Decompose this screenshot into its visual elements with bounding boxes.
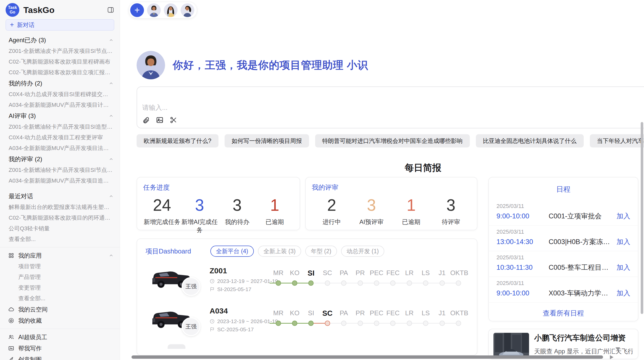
chevron-up-icon bbox=[109, 81, 114, 86]
write-icon bbox=[8, 345, 14, 351]
app-title: TaskGo bbox=[23, 5, 54, 15]
schedule-list: 2025/03/11 9:00-10:00 C001-立项审批会 加入 2025… bbox=[489, 200, 638, 303]
list-item[interactable]: A034-全新新能源MUV产品开发项目造型可行性评审 bbox=[0, 175, 120, 186]
list-item[interactable]: Z001-全新燃油轻卡产品开发项目SI节点属性5D文件评审 bbox=[0, 165, 120, 175]
project-row: 王强 Z001 2023-12-19 ~ 2027-01-19 SI-2025-… bbox=[137, 261, 477, 302]
app-logo-text-top: Task bbox=[8, 5, 17, 10]
plus-icon: + bbox=[10, 21, 14, 28]
composer[interactable]: 请输入... bbox=[137, 86, 644, 128]
suggestion-chip[interactable]: 欧洲新规最近颁布了什么? bbox=[137, 134, 218, 147]
pen-icon bbox=[8, 356, 14, 360]
horizontal-scrollbar-thumb[interactable] bbox=[131, 355, 603, 359]
list-item[interactable]: C02-飞腾新能源轻客改款项目立项汇报方案 bbox=[0, 67, 120, 78]
suggestion-chip[interactable]: 特朗普可能对进口汽车增税会对中国车企造成哪些影响 bbox=[315, 134, 470, 147]
people-icon bbox=[8, 334, 14, 340]
divider bbox=[0, 329, 120, 329]
task-progress-card: 任务进度 24 新增完成任务 3 新增AI完成任务 3 bbox=[137, 177, 300, 230]
tab-new-body[interactable]: 全新上装 (3) bbox=[258, 246, 301, 257]
main-area: + 王强 你好，王强，我是你的项目管理助理 小识 bbox=[120, 0, 644, 360]
list-item[interactable]: Z001-全新燃油轻卡产品开发项目SI造型提交物评审 bbox=[0, 122, 120, 132]
sidebar-item-ai-super-staff[interactable]: AI超级员工 bbox=[0, 332, 120, 343]
daily-brief-title: 每日简报 bbox=[405, 162, 441, 174]
list-item[interactable]: C02-飞腾新能源轻客改款项目里程碑画布 bbox=[0, 56, 120, 67]
sidebar-collapse-icon[interactable] bbox=[107, 6, 114, 13]
join-link[interactable]: 加入 bbox=[617, 263, 630, 272]
news-thumbnail bbox=[493, 333, 529, 358]
stat-new-completed: 24 新增完成任务 bbox=[143, 196, 181, 234]
agent-avatar-3[interactable] bbox=[181, 3, 194, 17]
topbar: + 王强 bbox=[120, 0, 644, 20]
new-chat-button[interactable]: + 新对话 bbox=[6, 19, 114, 31]
chevron-up-icon bbox=[109, 38, 114, 43]
stat-ai-prereview: 3 AI预评审 bbox=[352, 196, 391, 226]
tab-new-platform[interactable]: 全新平台 (4) bbox=[210, 246, 254, 257]
list-item[interactable]: C02-飞腾新能源轻客改款项目的闭环通告反馈情况 bbox=[0, 213, 120, 223]
dashboard-filter-tabs: 全新平台 (4) 全新上装 (3) 年型 (2) 动总开发 (1) bbox=[210, 246, 384, 257]
scroll-right-arrow-icon[interactable] bbox=[610, 355, 613, 359]
content: 你好，王强，我是你的项目管理助理 小识 请输入... 欧洲新规最近颁布了什么? … bbox=[120, 20, 644, 360]
stat-in-progress: 2 进行中 bbox=[312, 196, 352, 226]
suggestion-chip[interactable]: 比亚迪全固态电池计划具体说了什么 bbox=[476, 134, 584, 147]
add-agent-button[interactable]: + bbox=[130, 3, 144, 17]
sidebar-nav: Agent已办 (3) Z001-全新燃油皮卡产品开发项目SI节点Lesson … bbox=[0, 33, 120, 360]
sidebar-item-creative-drawing[interactable]: 创意制图 bbox=[0, 354, 120, 360]
sidebar-item-cloud-space[interactable]: 我的云空间 bbox=[0, 304, 120, 315]
join-link[interactable]: 加入 bbox=[617, 237, 630, 246]
view-all-apps[interactable]: 查看全部... bbox=[0, 293, 120, 304]
milestone-track bbox=[270, 280, 467, 286]
chevron-up-icon bbox=[109, 157, 114, 162]
list-item[interactable]: Z001-全新燃油皮卡产品开发项目SI节点Lesson Learn报告 bbox=[0, 46, 120, 56]
scissors-icon[interactable] bbox=[170, 116, 177, 124]
sidebar-item-change-mgmt[interactable]: 变更管理 bbox=[0, 282, 120, 293]
new-chat-label: 新对话 bbox=[17, 21, 35, 29]
project-dates: 2023-12-19 ~ 2026-01-19 bbox=[210, 318, 278, 324]
image-icon[interactable] bbox=[156, 116, 164, 124]
sidebar-item-help-me-write[interactable]: 帮我写作 bbox=[0, 343, 120, 354]
app-logo-text-bottom: Go bbox=[10, 10, 15, 14]
agent-avatar-2[interactable] bbox=[164, 3, 178, 17]
section-header-ai-review[interactable]: AI评审 (3) bbox=[0, 110, 120, 122]
list-item[interactable]: 解释最新出台的欧盟报废车法规再生塑料比例被调至15%... bbox=[0, 202, 120, 213]
list-item[interactable]: A034-全新新能源MUV产品开发项目计划变更表编写 bbox=[0, 100, 120, 110]
schedule-item: 2025/03/11 13:00-14:30 C003|H0B-方案冻结评审 加… bbox=[489, 226, 638, 251]
section-header-my-review[interactable]: 我的评审 (2) bbox=[0, 154, 120, 165]
project-id: A034 bbox=[210, 307, 228, 315]
project-dashboard-card: 项目Dashboard 全新平台 (4) 全新上装 (3) 年型 (2) 动总开… bbox=[137, 238, 477, 355]
project-owner-badge: 王强 bbox=[182, 317, 200, 336]
tab-model-year[interactable]: 年型 (2) bbox=[305, 246, 337, 257]
list-item[interactable]: C0X4-动力总成开发项目SI里程碑提交物检查 bbox=[0, 89, 120, 100]
vertical-scrollbar-thumb[interactable] bbox=[641, 122, 643, 314]
sidebar-header: Task Go TaskGo bbox=[0, 0, 120, 17]
list-item[interactable]: C0X4-动力总成开发项目工程变更评审 bbox=[0, 132, 120, 143]
list-item[interactable]: 公司Q3轻卡销量 bbox=[0, 223, 120, 234]
suggestion-chips: 欧洲新规最近颁布了什么? 如何写一份清晰的项目周报 特朗普可能对进口汽车增税会对… bbox=[137, 134, 644, 147]
join-link[interactable]: 加入 bbox=[617, 212, 630, 221]
view-all-schedule-link[interactable]: 查看所有日程 bbox=[489, 309, 638, 318]
flag-icon bbox=[210, 327, 215, 332]
section-header-agent-done[interactable]: Agent已办 (3) bbox=[0, 35, 120, 46]
agent-avatar-1[interactable] bbox=[147, 3, 161, 17]
milestone-labels: MR KO SI SC PA PR PEC FEC LR LS J1 OKTB bbox=[270, 269, 467, 277]
scroll-down-arrow-icon[interactable] bbox=[616, 347, 620, 351]
attachment-icon[interactable] bbox=[142, 116, 150, 124]
sidebar-item-product-mgmt[interactable]: 产品管理 bbox=[0, 272, 120, 282]
project-owner-badge: 王强 bbox=[182, 277, 200, 296]
tab-powertrain[interactable]: 动总开发 (1) bbox=[341, 246, 385, 257]
schedule-title: 日程 bbox=[489, 185, 638, 194]
suggestion-chip[interactable]: 当下年轻人对汽车外观有怎样的喜好趋势 bbox=[590, 134, 644, 147]
sidebar-item-favorites[interactable]: 我的收藏 bbox=[0, 315, 120, 326]
section-header-my-todo[interactable]: 我的待办 (2) bbox=[0, 78, 120, 89]
divider bbox=[0, 247, 120, 247]
sidebar-item-my-apps[interactable]: 我的应用 bbox=[0, 250, 120, 261]
join-link[interactable]: 加入 bbox=[617, 289, 630, 298]
news-card[interactable]: 小鹏飞行汽车制造公司增资 天眼查 App 显示，近日广州汇天飞行汽 bbox=[488, 329, 638, 359]
milestone-track bbox=[270, 320, 467, 326]
sidebar-item-project-mgmt[interactable]: 项目管理 bbox=[0, 261, 120, 272]
right-column: 日程 2025/03/11 9:00-10:00 C001-立项审批会 加入 2… bbox=[488, 177, 638, 359]
schedule-item: 2025/03/11 9:00-10:00 C001-立项审批会 加入 bbox=[489, 200, 638, 226]
suggestion-chip[interactable]: 如何写一份清晰的项目周报 bbox=[225, 134, 309, 147]
milestone-dot bbox=[450, 280, 466, 286]
view-all-conversations[interactable]: 查看全部... bbox=[0, 234, 120, 245]
list-item[interactable]: A034-全新新能源MUV产品开发项目法规符合性评审 bbox=[0, 143, 120, 154]
section-header-recent[interactable]: 最近对话 bbox=[0, 191, 120, 202]
